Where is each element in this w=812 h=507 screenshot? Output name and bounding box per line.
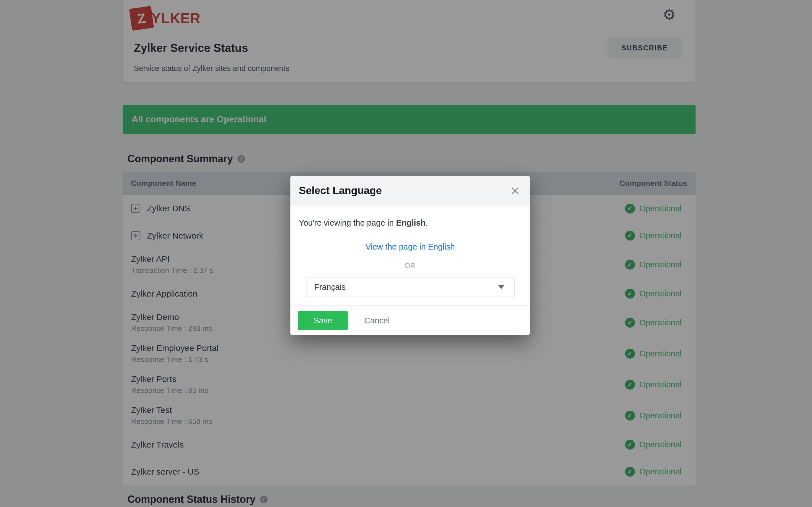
select-language-modal: Select Language You're viewing the page … [290, 176, 530, 335]
current-language-message: You're viewing the page in English. [290, 218, 530, 228]
save-button[interactable]: Save [298, 311, 348, 330]
language-dropdown[interactable]: Français [306, 277, 515, 297]
modal-header: Select Language [290, 176, 530, 206]
or-separator: OR [290, 262, 530, 270]
view-in-english-link[interactable]: View the page in English [290, 242, 530, 251]
close-icon[interactable] [509, 185, 521, 196]
chevron-down-icon [498, 285, 504, 289]
current-language: English [396, 218, 426, 227]
message-suffix: . [425, 218, 428, 227]
modal-footer: Save Cancel [290, 305, 530, 335]
modal-title: Select Language [290, 185, 382, 196]
message-prefix: You're viewing the page in [299, 218, 396, 227]
cancel-button[interactable]: Cancel [364, 316, 390, 325]
language-dropdown-value: Français [306, 283, 346, 292]
